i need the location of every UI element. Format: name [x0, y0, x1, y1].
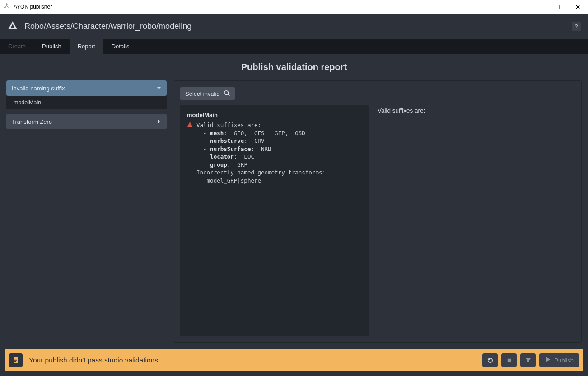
status-icon [9, 353, 23, 367]
select-invalid-button[interactable]: Select invalid [180, 87, 235, 100]
select-invalid-label: Select invalid [185, 90, 220, 97]
svg-rect-15 [508, 358, 511, 362]
tab-details[interactable]: Details [103, 39, 138, 54]
status-bar: Your publish didn't pass studio validati… [5, 349, 583, 371]
validator-invalid-naming-suffix[interactable]: Invalid naming suffix [6, 80, 167, 96]
help-button[interactable]: ? [572, 22, 581, 31]
tabs: Create Publish Report Details [0, 39, 588, 54]
svg-rect-9 [190, 123, 190, 125]
app-icon [4, 3, 10, 11]
svg-line-8 [228, 94, 229, 96]
svg-rect-12 [14, 359, 17, 359]
reset-button[interactable] [482, 353, 498, 367]
svg-point-7 [224, 90, 228, 94]
info-text: Valid suffixes are: [378, 107, 425, 114]
tab-report[interactable]: Report [70, 39, 103, 54]
play-icon [545, 356, 551, 364]
log-output: modelMain Valid suffixes are: - mesh: _G… [180, 105, 369, 336]
minimize-button[interactable] [526, 0, 546, 14]
window-title: AYON publisher [14, 4, 52, 10]
validator-label: Transform Zero [12, 118, 52, 125]
chevron-right-icon [157, 118, 161, 125]
log-line: - |model_GRP|sphere [196, 177, 326, 185]
svg-rect-4 [555, 5, 559, 9]
validate-button[interactable] [520, 353, 536, 367]
header: Robo/Assets/Character/warrior_robo/model… [0, 14, 588, 39]
svg-rect-14 [14, 361, 16, 362]
log-line: - locator: _LOC [196, 153, 326, 161]
validator-transform-zero[interactable]: Transform Zero [6, 114, 167, 129]
logo-icon [7, 20, 18, 33]
chevron-down-icon [157, 85, 161, 92]
log-line: - mesh: _GEO, _GES, _GEP, _OSD [196, 129, 326, 137]
log-line: - group: _GRP [196, 161, 326, 169]
log-line: Valid suffixes are: [196, 121, 326, 129]
page-title: Publish validation report [6, 54, 582, 80]
validator-instance-label: modelMain [14, 99, 41, 106]
publish-button[interactable]: Publish [539, 353, 579, 367]
svg-point-1 [5, 7, 5, 8]
log-title: modelMain [187, 112, 362, 118]
info-panel: Valid suffixes are: [378, 87, 575, 336]
maximize-button[interactable] [546, 0, 567, 14]
search-icon [224, 90, 230, 98]
stop-button[interactable] [501, 353, 517, 367]
publish-label: Publish [554, 357, 574, 364]
tab-create[interactable]: Create [0, 39, 34, 54]
log-line: Incorrectly named geometry transforms: [196, 169, 326, 177]
validator-list: Invalid naming suffix modelMain Transfor… [6, 80, 167, 343]
log-line: - nurbsCurve: _CRV [196, 137, 326, 145]
close-button[interactable] [567, 0, 588, 14]
tab-publish[interactable]: Publish [34, 39, 70, 54]
validator-label: Invalid naming suffix [12, 85, 65, 92]
titlebar: AYON publisher [0, 0, 588, 14]
breadcrumb: Robo/Assets/Character/warrior_robo/model… [24, 22, 191, 31]
status-message: Your publish didn't pass studio validati… [29, 356, 158, 364]
log-line: - nurbsSurface: _NRB [196, 145, 326, 153]
warning-icon [187, 122, 193, 129]
validator-instance-modelmain[interactable]: modelMain [6, 96, 167, 109]
svg-point-0 [6, 4, 7, 5]
report-panel: Select invalid modelMain Valid suf [173, 80, 582, 343]
svg-point-2 [8, 7, 9, 8]
svg-rect-13 [14, 360, 17, 361]
svg-rect-10 [190, 126, 190, 126]
